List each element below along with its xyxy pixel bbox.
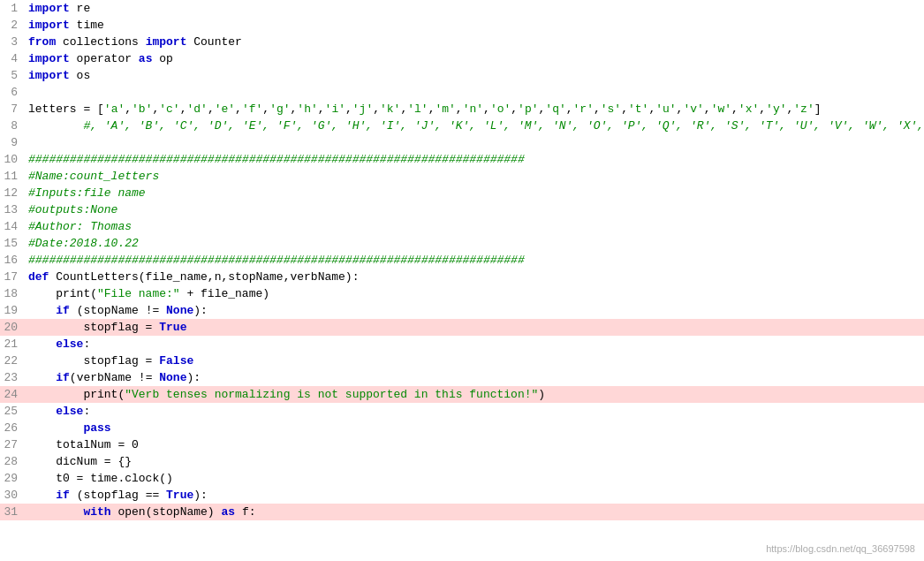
table-row: 18 print("File name:" + file_name) [0,285,924,302]
table-row: 31 with open(stopName) as f: [0,504,924,520]
table-row: 25 else: [0,403,924,420]
line-content: ########################################… [25,151,924,168]
line-content: #Inputs:file name [25,185,924,201]
table-row: 4import operator as op [0,50,924,67]
line-content: #outputs:None [25,201,924,218]
table-row: 1import re [0,0,924,17]
line-number: 26 [0,420,25,436]
line-content: print("Verb tenses normalizing is not su… [25,386,924,403]
line-content: def CountLetters(file_name,n,stopName,ve… [25,269,924,285]
table-row: 24 print("Verb tenses normalizing is not… [0,386,924,403]
table-row: 30 if (stopflag == True): [0,487,924,504]
line-content: stopflag = True [25,319,924,336]
line-number: 3 [0,34,25,50]
line-number: 8 [0,118,25,134]
line-number: 5 [0,67,25,84]
line-number: 4 [0,50,25,67]
table-row: 9 [0,134,924,151]
line-number: 23 [0,369,25,386]
line-content: #Author: Thomas [25,218,924,235]
table-row: 17def CountLetters(file_name,n,stopName,… [0,269,924,285]
code-editor: 1import re2import time3from collections … [0,0,924,561]
table-row: 14#Author: Thomas [0,218,924,235]
line-number: 17 [0,269,25,285]
table-row: 13#outputs:None [0,201,924,218]
line-number: 21 [0,336,25,353]
line-number: 27 [0,436,25,453]
table-row: 21 else: [0,336,924,353]
line-content: #Date:2018.10.22 [25,235,924,252]
line-content: ########################################… [25,252,924,269]
line-number: 24 [0,386,25,403]
line-number: 18 [0,285,25,302]
line-content: from collections import Counter [25,34,924,50]
table-row: 8 #, 'A', 'B', 'C', 'D', 'E', 'F', 'G', … [0,118,924,134]
line-number: 16 [0,252,25,269]
line-number: 12 [0,185,25,201]
line-content: import operator as op [25,50,924,67]
line-number: 7 [0,101,25,118]
line-number: 28 [0,453,25,470]
line-content: pass [25,420,924,436]
line-number: 22 [0,353,25,369]
line-number: 10 [0,151,25,168]
line-number: 30 [0,487,25,504]
table-row: 26 pass [0,420,924,436]
table-row: 27 totalNum = 0 [0,436,924,453]
line-number: 19 [0,302,25,319]
line-number: 31 [0,504,25,520]
table-row: 5import os [0,67,924,84]
line-content: print("File name:" + file_name) [25,285,924,302]
line-number: 13 [0,201,25,218]
line-number: 20 [0,319,25,336]
table-row: 22 stopflag = False [0,353,924,369]
line-content: #Name:count_letters [25,168,924,185]
watermark: https://blog.csdn.net/qq_36697598 [766,543,915,554]
code-table: 1import re2import time3from collections … [0,0,924,520]
table-row: 7letters = ['a','b','c','d','e','f','g',… [0,101,924,118]
line-content: t0 = time.clock() [25,470,924,487]
table-row: 6 [0,84,924,101]
table-row: 28 dicNum = {} [0,453,924,470]
line-content: if (stopflag == True): [25,487,924,504]
line-number: 15 [0,235,25,252]
table-row: 23 if(verbName != None): [0,369,924,386]
line-number: 6 [0,84,25,101]
line-number: 25 [0,403,25,420]
table-row: 19 if (stopName != None): [0,302,924,319]
line-content [25,134,924,151]
line-content [25,84,924,101]
line-content: dicNum = {} [25,453,924,470]
line-number: 1 [0,0,25,17]
table-row: 10######################################… [0,151,924,168]
line-content: stopflag = False [25,353,924,369]
table-row: 3from collections import Counter [0,34,924,50]
table-row: 16######################################… [0,252,924,269]
line-content: import time [25,17,924,34]
line-content: else: [25,336,924,353]
line-content: with open(stopName) as f: [25,504,924,520]
table-row: 29 t0 = time.clock() [0,470,924,487]
line-content: letters = ['a','b','c','d','e','f','g','… [25,101,924,118]
table-row: 12#Inputs:file name [0,185,924,201]
table-row: 20 stopflag = True [0,319,924,336]
line-number: 29 [0,470,25,487]
line-number: 11 [0,168,25,185]
table-row: 2import time [0,17,924,34]
line-number: 9 [0,134,25,151]
line-content: else: [25,403,924,420]
line-number: 14 [0,218,25,235]
table-row: 11#Name:count_letters [0,168,924,185]
line-content: if(verbName != None): [25,369,924,386]
line-content: import re [25,0,924,17]
line-number: 2 [0,17,25,34]
line-content: totalNum = 0 [25,436,924,453]
line-content: #, 'A', 'B', 'C', 'D', 'E', 'F', 'G', 'H… [25,118,924,134]
line-content: import os [25,67,924,84]
line-content: if (stopName != None): [25,302,924,319]
table-row: 15#Date:2018.10.22 [0,235,924,252]
